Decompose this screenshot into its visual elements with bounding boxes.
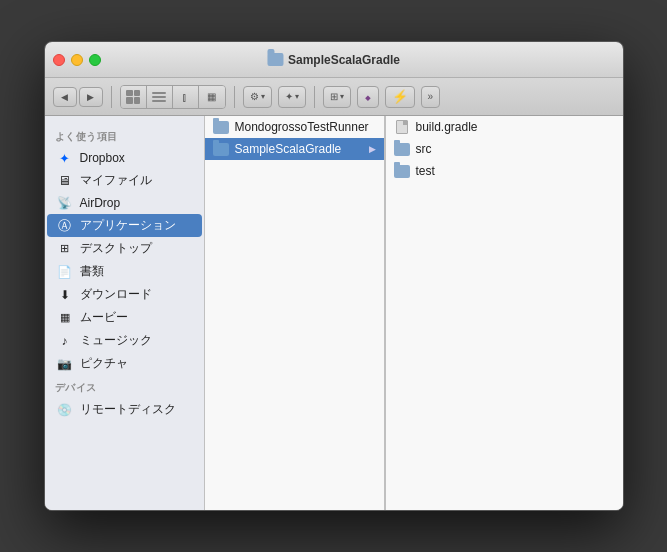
sidebar-item-label: リモートディスク <box>80 401 176 418</box>
sidebar-item-remotedisk[interactable]: 💿 リモートディスク <box>47 398 202 421</box>
sidebar-item-myfiles[interactable]: 🖥 マイファイル <box>47 169 202 192</box>
main-area: よく使う項目 ✦ Dropbox 🖥 マイファイル 📡 Air <box>45 116 623 510</box>
sidebar-item-label: アプリケーション <box>80 217 176 234</box>
list-view-icon <box>152 90 166 104</box>
applications-sidebar-icon: Ⓐ <box>57 218 73 234</box>
music-sidebar-icon: ♪ <box>57 333 73 349</box>
quicklook-icon: ⊞ <box>330 91 338 102</box>
toolbar-separator-3 <box>314 86 315 108</box>
nav-buttons: ◀ ▶ <box>53 87 103 107</box>
sidebar-item-applications[interactable]: Ⓐ アプリケーション <box>47 214 202 237</box>
folder-icon <box>394 163 410 179</box>
sidebar-item-label: マイファイル <box>80 172 152 189</box>
toolbar-separator-1 <box>111 86 112 108</box>
file-item-src[interactable]: src <box>386 138 623 160</box>
view-buttons: ⫿ ▦ <box>120 85 226 109</box>
traffic-lights <box>53 54 101 66</box>
close-button[interactable] <box>53 54 65 66</box>
window-title: SampleScalaGradle <box>267 53 400 67</box>
documents-sidebar-icon: 📄 <box>57 264 73 280</box>
view-coverflow-button[interactable]: ▦ <box>199 86 225 108</box>
toolbar-separator-2 <box>234 86 235 108</box>
quicklook-button[interactable]: ⊞ ▾ <box>323 86 351 108</box>
icon-view-icon <box>126 90 140 104</box>
sidebar-item-label: AirDrop <box>80 196 121 210</box>
pictures-sidebar-icon: 📷 <box>57 356 73 372</box>
action-icon: ⚙ <box>250 91 259 102</box>
back-button[interactable]: ◀ <box>53 87 77 107</box>
folder-icon <box>394 141 410 157</box>
quicklook-arrow: ▾ <box>340 92 344 101</box>
plugin2-button[interactable]: ⚡ <box>385 86 415 108</box>
sidebar-item-label: ミュージック <box>80 332 152 349</box>
remotedisk-sidebar-icon: 💿 <box>57 402 73 418</box>
sidebar-item-label: ムービー <box>80 309 128 326</box>
sidebar-item-movies[interactable]: ▦ ムービー <box>47 306 202 329</box>
sidebar-item-dropbox[interactable]: ✦ Dropbox <box>47 147 202 169</box>
titlebar: SampleScalaGradle <box>45 42 623 78</box>
sidebar-item-airdrop[interactable]: 📡 AirDrop <box>47 192 202 214</box>
sidebar-item-label: 書類 <box>80 263 104 280</box>
minimize-button[interactable] <box>71 54 83 66</box>
file-item-label: build.gradle <box>416 120 478 134</box>
file-item-samplescala[interactable]: SampleScalaGradle ▶ <box>205 138 384 160</box>
title-text: SampleScalaGradle <box>288 53 400 67</box>
file-icon <box>394 119 410 135</box>
more-button[interactable]: » <box>421 86 441 108</box>
sidebar-item-pictures[interactable]: 📷 ピクチャ <box>47 352 202 375</box>
folder-icon-selected <box>213 141 229 157</box>
forward-button[interactable]: ▶ <box>79 87 103 107</box>
action-arrow: ▾ <box>261 92 265 101</box>
file-item-test[interactable]: test <box>386 160 623 182</box>
file-browser: MondogrossoTestRunner SampleScalaGradle … <box>205 116 623 510</box>
file-item-buildgradle[interactable]: build.gradle <box>386 116 623 138</box>
title-folder-icon <box>267 53 283 66</box>
file-item-label: src <box>416 142 432 156</box>
myfiles-sidebar-icon: 🖥 <box>57 173 73 189</box>
sidebar-item-label: Dropbox <box>80 151 125 165</box>
airdrop-sidebar-icon: 📡 <box>57 195 73 211</box>
movies-sidebar-icon: ▦ <box>57 310 73 326</box>
toolbar: ◀ ▶ ⫿ <box>45 78 623 116</box>
column-pane-1: MondogrossoTestRunner SampleScalaGradle … <box>205 116 385 510</box>
file-item-label: SampleScalaGradle <box>235 142 342 156</box>
sidebar-item-documents[interactable]: 📄 書類 <box>47 260 202 283</box>
dropbox-sidebar-icon: ✦ <box>57 150 73 166</box>
maximize-button[interactable] <box>89 54 101 66</box>
sidebar-item-desktop[interactable]: ⊞ デスクトップ <box>47 237 202 260</box>
downloads-sidebar-icon: ⬇ <box>57 287 73 303</box>
finder-window: SampleScalaGradle ◀ ▶ <box>44 41 624 511</box>
sidebar-item-label: デスクトップ <box>80 240 152 257</box>
dropbox-arrow: ▾ <box>295 92 299 101</box>
folder-icon <box>213 119 229 135</box>
view-list-button[interactable] <box>147 86 173 108</box>
file-item-label: MondogrossoTestRunner <box>235 120 369 134</box>
sidebar: よく使う項目 ✦ Dropbox 🖥 マイファイル 📡 Air <box>45 116 205 510</box>
expand-arrow: ▶ <box>369 144 376 154</box>
devices-label: デバイス <box>45 375 204 398</box>
view-column-button[interactable]: ⫿ <box>173 86 199 108</box>
favorites-label: よく使う項目 <box>45 124 204 147</box>
sidebar-item-downloads[interactable]: ⬇ ダウンロード <box>47 283 202 306</box>
file-item-label: test <box>416 164 435 178</box>
action-button[interactable]: ⚙ ▾ <box>243 86 272 108</box>
dropbox-icon: ✦ <box>285 91 293 102</box>
plugin1-button[interactable]: ⬥ <box>357 86 379 108</box>
sidebar-item-music[interactable]: ♪ ミュージック <box>47 329 202 352</box>
dropbox-button[interactable]: ✦ ▾ <box>278 86 306 108</box>
file-item-mondogrosso[interactable]: MondogrossoTestRunner <box>205 116 384 138</box>
view-icon-button[interactable] <box>121 86 147 108</box>
sidebar-item-label: ピクチャ <box>80 355 128 372</box>
column-pane-2: build.gradle src test <box>386 116 623 510</box>
desktop-sidebar-icon: ⊞ <box>57 241 73 257</box>
sidebar-item-label: ダウンロード <box>80 286 152 303</box>
